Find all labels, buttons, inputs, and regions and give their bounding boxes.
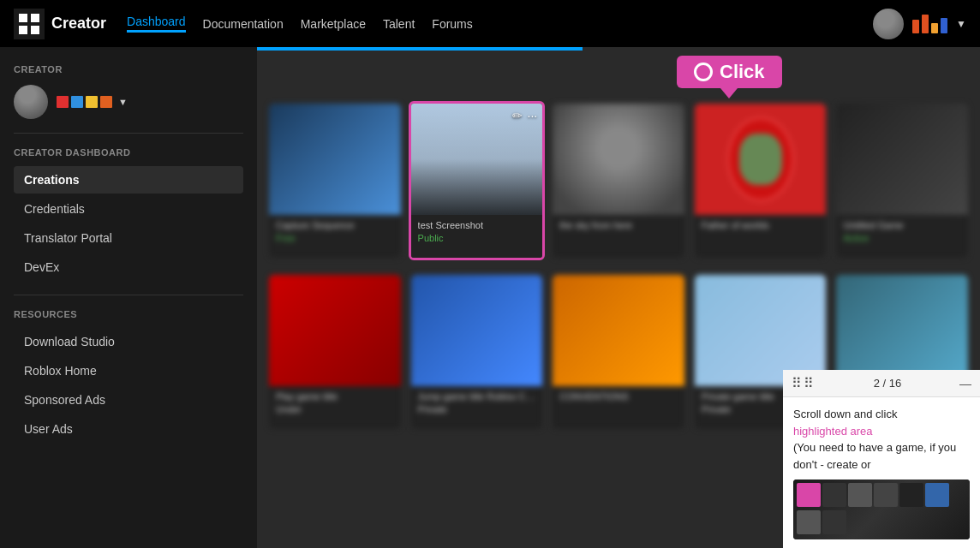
game-thumb-r2-3 xyxy=(553,275,684,386)
creator-chevron-icon[interactable]: ▼ xyxy=(118,97,128,107)
nav-talent[interactable]: Talent xyxy=(383,17,415,31)
svg-rect-2 xyxy=(19,26,27,34)
logo-text: Creator xyxy=(51,15,106,33)
game-status-r2-1: Under xyxy=(276,404,394,414)
sidebar-item-translator-portal[interactable]: Translator Portal xyxy=(14,224,243,252)
game-status-r2-2: Private xyxy=(418,404,536,414)
nav-forums[interactable]: Forums xyxy=(432,17,472,31)
game-title-5: Untitled Game xyxy=(843,220,961,230)
more-icon[interactable]: ··· xyxy=(528,109,538,122)
nav-documentation[interactable]: Documentation xyxy=(203,17,284,31)
game-card-1[interactable]: Capture Sequence Free xyxy=(269,104,401,258)
info-line3: don't - create or xyxy=(793,458,871,471)
panel-minimize-button[interactable]: — xyxy=(959,377,971,390)
screenshot-tile-1 xyxy=(797,483,821,507)
screenshot-tile-6 xyxy=(925,483,949,507)
game-thumb-1 xyxy=(269,104,401,215)
game-info-r2-2: Jump game title Roblox Character Private xyxy=(411,386,543,429)
svg-rect-1 xyxy=(31,14,39,22)
logo-icon xyxy=(14,9,45,39)
info-panel-header: ⠿⠿ 2 / 16 — xyxy=(783,370,980,397)
game-title-r2-3: CONVENTIONS xyxy=(559,391,678,402)
screenshot-tile-2 xyxy=(822,483,846,507)
card-thumb-wrapper-5 xyxy=(836,104,968,215)
gradient-overlay xyxy=(411,159,543,215)
click-label: Click xyxy=(720,61,765,83)
creator-colors: ▼ xyxy=(57,96,128,108)
svg-rect-0 xyxy=(19,14,27,22)
progress-bar xyxy=(257,47,583,51)
nav-bars xyxy=(912,15,947,33)
info-highlight: highlighted area xyxy=(793,425,873,438)
screenshot-tile-5 xyxy=(899,483,923,507)
edit-icon[interactable]: ✏ xyxy=(512,109,523,122)
game-card-highlighted[interactable]: ✏ ··· test Screenshot Public xyxy=(409,101,546,260)
game-info-2: test Screenshot Public xyxy=(411,215,543,258)
bar-4 xyxy=(941,18,947,33)
game-info-r2-1: Play game title Under xyxy=(269,386,401,429)
game-card-r2-3[interactable]: CONVENTIONS xyxy=(553,275,684,429)
card-actions: ✏ ··· xyxy=(512,109,538,122)
game-card-3[interactable]: the sky from here xyxy=(553,104,684,258)
game-info-3: the sky from here xyxy=(553,215,684,258)
sidebar-item-devex[interactable]: DevEx xyxy=(14,253,243,281)
creator-avatar xyxy=(14,85,48,119)
game-status-5: Active xyxy=(843,233,961,243)
creator-label: CREATOR xyxy=(14,64,243,74)
game-info-5: Untitled Game Active xyxy=(836,215,968,258)
sidebar-item-user-ads[interactable]: User Ads xyxy=(14,415,243,443)
click-tooltip: Click xyxy=(677,56,782,98)
game-status-1: Free xyxy=(276,233,394,243)
screenshot-tile-8 xyxy=(822,510,846,534)
info-panel-text: Scroll down and click highlighted area (… xyxy=(793,406,970,473)
panel-dots-icon: ⠿⠿ xyxy=(792,375,816,391)
resources-label: RESOURCES xyxy=(14,309,243,319)
click-arrow-icon xyxy=(720,88,738,98)
sidebar-item-credentials[interactable]: Credentials xyxy=(14,195,243,223)
color-yellow xyxy=(86,96,98,108)
screenshot-tile-4 xyxy=(874,483,898,507)
game-title-4: Father of worlds xyxy=(702,220,820,230)
creator-info: ▼ xyxy=(14,85,243,119)
sidebar-item-roblox-home[interactable]: Roblox Home xyxy=(14,357,243,384)
game-card-4[interactable]: Father of worlds xyxy=(695,104,827,258)
game-info-r2-3: CONVENTIONS xyxy=(553,386,684,429)
color-blue xyxy=(71,96,83,108)
card-thumb-wrapper-1 xyxy=(269,104,401,215)
color-orange xyxy=(100,96,112,108)
games-grid-row1: Capture Sequence Free ✏ ··· test Screens… xyxy=(257,47,980,270)
sidebar-item-sponsored-ads[interactable]: Sponsored Ads xyxy=(14,386,243,414)
logo[interactable]: Creator xyxy=(14,9,106,39)
top-navigation: Creator Dashboard Documentation Marketpl… xyxy=(0,0,980,47)
game-thumb-4 xyxy=(695,104,827,215)
game-info-4: Father of worlds xyxy=(695,215,827,258)
bar-3 xyxy=(931,23,938,33)
card-thumb-wrapper-4 xyxy=(695,104,827,215)
game-title-1: Capture Sequence xyxy=(276,220,394,230)
info-line1: Scroll down and click xyxy=(793,408,897,420)
sidebar: CREATOR ▼ CREATOR DASHBOARD Creations Cr… xyxy=(0,47,257,548)
nav-avatar[interactable] xyxy=(873,9,904,39)
game-card-r2-1[interactable]: Play game title Under xyxy=(269,275,401,429)
game-card-5[interactable]: Untitled Game Active xyxy=(836,104,968,258)
main-content: Click Capture Sequence Free xyxy=(257,47,980,548)
nav-marketplace[interactable]: Marketplace xyxy=(301,17,366,31)
game-info-1: Capture Sequence Free xyxy=(269,215,401,258)
info-line2: (You need to have a game, if you xyxy=(793,441,956,454)
nav-dashboard[interactable]: Dashboard xyxy=(127,15,186,33)
bar-1 xyxy=(912,20,919,33)
panel-counter: 2 / 16 xyxy=(874,377,902,390)
nav-right: ▼ xyxy=(873,9,966,39)
svg-rect-3 xyxy=(31,26,39,34)
sidebar-item-creations[interactable]: Creations xyxy=(14,166,243,194)
sidebar-divider-2 xyxy=(14,295,243,295)
main-layout: CREATOR ▼ CREATOR DASHBOARD Creations Cr… xyxy=(0,47,980,548)
sidebar-item-download-studio[interactable]: Download Studio xyxy=(14,328,243,355)
info-panel-screenshot xyxy=(793,480,970,539)
game-thumb-r2-1 xyxy=(269,275,401,386)
info-panel-body: Scroll down and click highlighted area (… xyxy=(783,397,980,548)
nav-chevron-icon[interactable]: ▼ xyxy=(956,18,966,30)
card-thumb-wrapper-2: ✏ ··· xyxy=(411,104,543,215)
game-card-r2-2[interactable]: Jump game title Roblox Character Private xyxy=(411,275,543,429)
screenshot-tile-3 xyxy=(848,483,872,507)
